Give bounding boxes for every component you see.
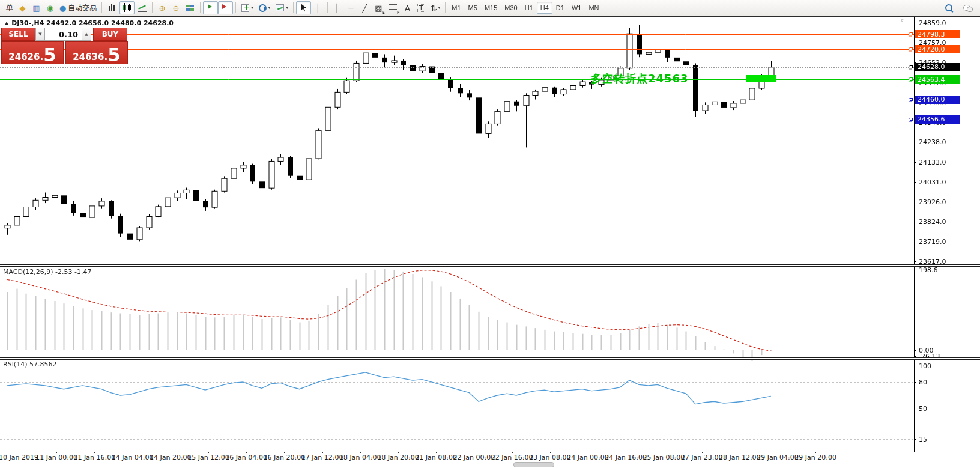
volume-input[interactable]: 0.10 (45, 28, 82, 41)
window-icon: ▥ (32, 4, 40, 12)
zoom-in-button[interactable]: ⊕ (155, 1, 169, 14)
fibonacci-button-sub-letter: F (397, 10, 400, 15)
periods-button[interactable]: ▾ (256, 1, 273, 14)
dropdown-arrow-icon: ▾ (251, 5, 253, 10)
price-level-badge[interactable]: 24563.4 (915, 75, 960, 84)
search-icon (944, 3, 954, 13)
price-level-badge[interactable]: 24798.3 (915, 30, 960, 38)
time-axis-label: 28 Jan 12:00 (719, 454, 761, 461)
crosshair-button[interactable]: ┼ (311, 1, 325, 14)
vertical-line-button[interactable]: │ (330, 1, 344, 14)
fibonacci-button[interactable]: F (386, 1, 401, 14)
zoom-out-button[interactable]: ⊖ (169, 1, 183, 14)
level-line-anchor (910, 98, 913, 101)
vertical-line-icon: │ (334, 4, 339, 12)
time-axis-label: 16 Jan 04:00 (225, 454, 267, 461)
price-tick-mark (914, 43, 916, 43)
timeframe-d1[interactable]: D1 (552, 2, 568, 14)
timeframe-m30[interactable]: M30 (501, 2, 521, 14)
rsi-label: RSI(14) 57.8562 (3, 360, 56, 368)
time-axis[interactable]: 10 Jan 201911 Jan 00:0011 Jan 16:0014 Ja… (0, 454, 914, 462)
sell-button[interactable]: SELL (1, 28, 35, 41)
new-chart-button[interactable]: ◆ (16, 1, 29, 14)
timeframe-m15[interactable]: M15 (481, 2, 501, 14)
price-chart-canvas[interactable] (0, 17, 914, 453)
level-line-anchor (910, 65, 913, 68)
market-watch-button[interactable]: ▥ (29, 1, 43, 14)
indicator-scale-tick (914, 356, 916, 357)
time-axis-label: 14 Jan 20:00 (150, 454, 192, 461)
price-tick-mark (914, 261, 916, 262)
timeframe-m5[interactable]: M5 (465, 2, 481, 14)
buy-button[interactable]: BUY (93, 28, 127, 41)
auto-scroll-button[interactable] (203, 1, 218, 14)
timeframe-h1[interactable]: H1 (521, 2, 537, 14)
autotrading-icon: ● (59, 4, 66, 12)
one-click-trading-panel: SELL ▼ 0.10 ▲ BUY 24626.5 24636.5 (1, 28, 128, 64)
bar-chart-button[interactable] (104, 1, 119, 14)
templates-button[interactable]: ▾ (273, 1, 291, 14)
signal-icon: ◉ (47, 4, 53, 12)
autotrading-button[interactable]: ●自动交易 (57, 1, 99, 14)
search-button[interactable] (942, 1, 957, 14)
volume-decrease-button[interactable]: ▼ (35, 28, 45, 41)
new-chart-icon: ◆ (20, 4, 26, 12)
dropdown-arrow-icon: ▾ (438, 5, 441, 10)
text-button[interactable]: A (401, 1, 414, 14)
time-axis-label: 24 Jan 16:00 (605, 454, 647, 461)
indicator-scale-label: 15 (919, 436, 927, 443)
window-frame-top (0, 16, 980, 17)
cursor-button[interactable] (296, 1, 311, 14)
chart-title-text: DJ30-,H4 24492.0 24656.0 24480.0 24628.0 (11, 19, 174, 27)
time-axis-label: 11 Jan 16:00 (74, 454, 116, 461)
chat-button[interactable] (960, 1, 975, 14)
timeframe-m1[interactable]: M1 (448, 2, 464, 14)
line-chart-button[interactable] (135, 1, 150, 14)
text-label-button[interactable]: T (414, 1, 428, 14)
sell-price-display[interactable]: 24626.5 (1, 41, 64, 64)
time-axis-label: 22 Jan 16:00 (491, 454, 533, 461)
equidistant-channel-button[interactable]: ▨E (372, 1, 386, 14)
timeframe-mn[interactable]: MN (585, 2, 602, 14)
indicator-scale-tick (914, 409, 916, 409)
toolbar-right-group (942, 1, 975, 14)
chart-annotation-text[interactable]: 多空转折点24563 (591, 71, 689, 86)
indicator-scale-label: 50 (919, 405, 927, 413)
indicator-scale-tick (914, 366, 916, 366)
signals-button[interactable]: ◉ (43, 1, 57, 14)
horizontal-line-button[interactable]: ─ (344, 1, 358, 14)
rsi-pane-splitter[interactable] (0, 357, 980, 360)
scrollbar-thumb[interactable] (513, 462, 554, 467)
time-axis-label: 29 Jan 04:00 (757, 454, 799, 461)
toolbar-separator (200, 2, 201, 13)
timeframe-w1[interactable]: W1 (568, 2, 585, 14)
trendline-button[interactable]: ╱ (358, 1, 372, 14)
tile-windows-button[interactable] (183, 1, 198, 14)
volume-increase-button[interactable]: ▲ (82, 28, 91, 41)
price-axis[interactable]: 24859.024757.024652.024547.024443.024340… (914, 17, 980, 452)
arrows-button[interactable]: ⇅▾ (428, 1, 443, 14)
buy-price-display[interactable]: 24636.5 (65, 41, 128, 64)
macd-label: MACD(12,26,9) -2.53 -1.47 (3, 268, 91, 276)
price-level-badge[interactable]: 24628.0 (915, 63, 960, 71)
indicator-scale-tick (914, 382, 916, 383)
chart-shift-button[interactable] (218, 1, 233, 14)
new-order-button[interactable]: 单 (2, 1, 16, 14)
timeframe-h4[interactable]: H4 (537, 2, 552, 14)
chart-shift-marker[interactable]: ▿ (901, 17, 904, 23)
timeframe-group: M1M5M15M30H1H4D1W1MN (448, 2, 602, 14)
price-level-badge[interactable]: 24460.0 (915, 96, 960, 104)
price-tick-label: 23719.0 (919, 238, 946, 246)
price-level-badge[interactable]: 24720.0 (915, 45, 960, 53)
indicator-scale-label: 198.6 (919, 266, 938, 274)
arrows-icon: ⇅ (431, 4, 437, 12)
indicators-button[interactable]: ▾ (238, 1, 256, 14)
toolbar-separator (152, 2, 153, 13)
highlight-rectangle[interactable] (746, 75, 776, 82)
price-tick-mark (914, 242, 916, 242)
toolbar: 单◆▥◉●自动交易⊕⊖▾▾▾┼│─╱▨EFAT⇅▾ M1M5M15M30H1H4… (0, 0, 980, 16)
candlestick-chart-button[interactable] (119, 1, 135, 14)
collapse-panel-icon[interactable]: ▲ (5, 20, 8, 26)
price-level-badge[interactable]: 24356.6 (915, 115, 960, 124)
macd-pane-splitter[interactable] (0, 264, 980, 267)
